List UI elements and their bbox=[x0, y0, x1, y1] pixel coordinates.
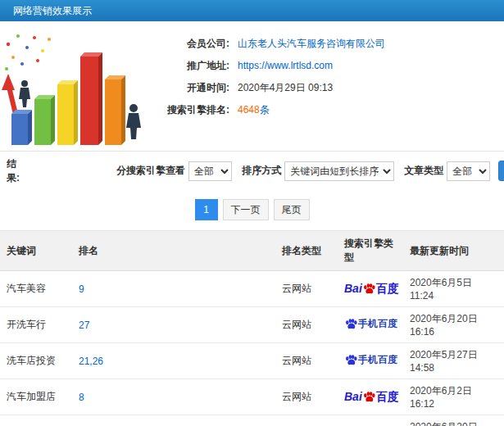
submit-button[interactable]: 提交 bbox=[498, 161, 504, 181]
info-section: 会员公司: 山东老人头汽车服务咨询有限公司 推广地址: https://www.… bbox=[0, 21, 504, 151]
sort-filter-label: 排序方式 bbox=[242, 164, 281, 178]
open-time-value: 2020年4月29日 09:13 bbox=[238, 77, 333, 99]
update-time-cell: 2020年5月27日 14:58 bbox=[403, 343, 504, 379]
update-time-cell: 2020年6月5日 11:24 bbox=[403, 271, 504, 307]
page-last-button[interactable]: 尾页 bbox=[274, 199, 310, 220]
company-link[interactable]: 山东老人头汽车服务咨询有限公司 bbox=[238, 33, 385, 55]
engine-filter-label: 分搜索引擎查看 bbox=[116, 164, 185, 178]
table-header-row: 关键词 排名 排名类型 搜索引擎类型 最新更新时间 bbox=[0, 231, 504, 271]
baidu-logo-icon: Bai百度 bbox=[344, 391, 399, 402]
open-time-label: 开通时间: bbox=[148, 77, 229, 99]
baidu-paw-icon bbox=[345, 319, 357, 329]
header-rank-type: 排名类型 bbox=[275, 231, 338, 271]
header-engine-type: 搜索引擎类型 bbox=[338, 231, 403, 271]
rank-link[interactable]: 25,28,28 bbox=[72, 415, 275, 426]
type-filter-label: 文章类型 bbox=[404, 164, 443, 178]
mobile-baidu-logo-icon: 手机百度 bbox=[344, 318, 397, 329]
baidu-paw-icon bbox=[363, 283, 375, 294]
engine-name-text: 百度 bbox=[376, 391, 399, 402]
mobile-baidu-logo-icon: 手机百度 bbox=[344, 354, 397, 365]
rank-count-value: 4648条 bbox=[238, 99, 270, 121]
update-time-cell: 2020年6月20日 16:11 bbox=[403, 415, 504, 426]
sort-select[interactable]: 关键词由短到长排序 bbox=[284, 161, 394, 181]
results-table-body: 汽车美容 9 云网站 Bai百度 2020年6月5日 11:24 开洗车行 27… bbox=[0, 271, 504, 426]
keyword-cell: 汽车美容 bbox=[0, 271, 72, 307]
results-table: 关键词 排名 排名类型 搜索引擎类型 最新更新时间 汽车美容 9 云网站 Bai… bbox=[0, 230, 504, 426]
update-time-cell: 2020年6月20日 16:16 bbox=[403, 307, 504, 343]
company-label: 会员公司: bbox=[148, 33, 229, 55]
engine-name-text: 手机百度 bbox=[358, 354, 397, 365]
table-row: 加盟洗车店 25,28,28 云网站 手机百度 2020年6月20日 16:11 bbox=[0, 415, 504, 426]
baidu-bai-text: Bai bbox=[344, 283, 362, 294]
table-row: 洗车店投资 21,26 云网站 手机百度 2020年5月27日 14:58 bbox=[0, 343, 504, 379]
pagination: 1下一页尾页 bbox=[0, 190, 504, 230]
baidu-logo-icon: Bai百度 bbox=[344, 283, 399, 294]
keyword-cell: 洗车店投资 bbox=[0, 343, 72, 379]
site-link[interactable]: https://www.lrtlsd.com bbox=[238, 55, 333, 77]
baidu-paw-icon bbox=[363, 392, 375, 402]
type-filter-select[interactable]: 全部 bbox=[447, 161, 490, 181]
rank-type-cell: 云网站 bbox=[275, 379, 338, 415]
engine-filter-select[interactable]: 全部 bbox=[188, 161, 232, 181]
site-label: 推广地址: bbox=[148, 55, 229, 77]
page-current[interactable]: 1 bbox=[195, 199, 218, 220]
engine-cell: 手机百度 bbox=[338, 307, 403, 343]
filter-bar: 结果: 分搜索引擎查看 全部 排序方式 关键词由短到长排序 文章类型 全部 提交 bbox=[0, 151, 504, 190]
rank-link[interactable]: 27 bbox=[72, 307, 275, 343]
rank-link[interactable]: 9 bbox=[72, 271, 275, 307]
rank-type-cell: 云网站 bbox=[275, 415, 338, 426]
baidu-bai-text: Bai bbox=[344, 391, 362, 402]
engine-cell: 手机百度 bbox=[338, 415, 403, 426]
rank-link[interactable]: 8 bbox=[72, 379, 275, 415]
header-update-time: 最新更新时间 bbox=[403, 231, 504, 271]
engine-name-text: 百度 bbox=[376, 283, 399, 294]
table-row: 开洗车行 27 云网站 手机百度 2020年6月20日 16:16 bbox=[0, 307, 504, 343]
engine-cell: Bai百度 bbox=[338, 379, 403, 415]
header-keyword: 关键词 bbox=[0, 231, 72, 271]
update-time-cell: 2020年6月2日 16:12 bbox=[403, 379, 504, 415]
member-info: 会员公司: 山东老人头汽车服务咨询有限公司 推广地址: https://www.… bbox=[148, 26, 385, 147]
bar-chart-illustration bbox=[0, 26, 148, 149]
rank-count-label: 搜索引擎排名: bbox=[148, 99, 229, 121]
engine-cell: Bai百度 bbox=[338, 271, 403, 307]
page-title: 网络营销效果展示 bbox=[13, 5, 92, 16]
page-next-button[interactable]: 下一页 bbox=[223, 199, 269, 220]
engine-name-text: 手机百度 bbox=[358, 318, 397, 329]
keyword-cell: 加盟洗车店 bbox=[0, 415, 72, 426]
page-header: 网络营销效果展示 bbox=[0, 0, 504, 21]
keyword-cell: 汽车加盟店 bbox=[0, 379, 72, 415]
table-row: 汽车美容 9 云网站 Bai百度 2020年6月5日 11:24 bbox=[0, 271, 504, 307]
rank-link[interactable]: 21,26 bbox=[72, 343, 275, 379]
filter-controls: 分搜索引擎查看 全部 排序方式 关键词由短到长排序 文章类型 全部 提交 bbox=[116, 161, 504, 181]
baidu-paw-icon bbox=[345, 355, 357, 365]
rank-type-cell: 云网站 bbox=[275, 343, 338, 379]
rank-type-cell: 云网站 bbox=[275, 307, 338, 343]
table-row: 汽车加盟店 8 云网站 Bai百度 2020年6月2日 16:12 bbox=[0, 379, 504, 415]
rank-type-cell: 云网站 bbox=[275, 271, 338, 307]
header-rank: 排名 bbox=[72, 231, 275, 271]
result-label: 结果: bbox=[7, 157, 20, 185]
keyword-cell: 开洗车行 bbox=[0, 307, 72, 343]
engine-cell: 手机百度 bbox=[338, 343, 403, 379]
